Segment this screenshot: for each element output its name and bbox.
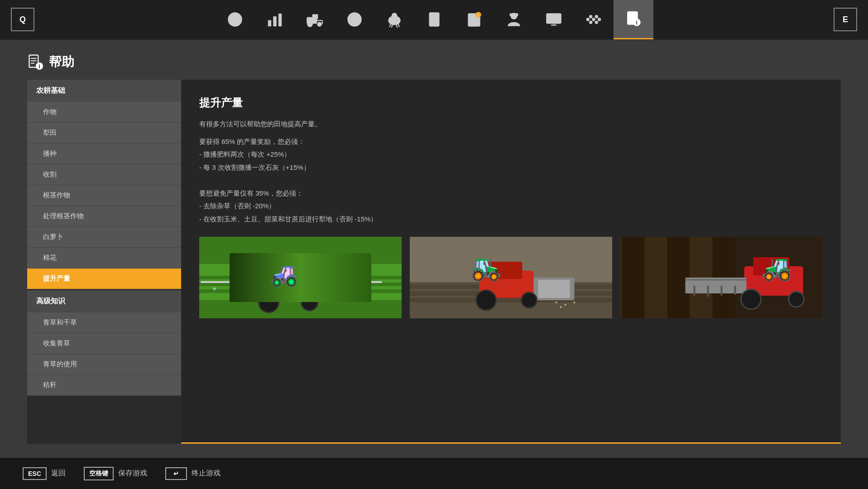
nav-settings[interactable] xyxy=(574,0,614,39)
action-save[interactable]: 空格键 保存游戏 xyxy=(84,467,147,480)
svg-rect-9 xyxy=(312,15,317,19)
svg-point-39 xyxy=(589,21,592,24)
content-section1-title: 要获得 65% 的产量奖励，您必须： xyxy=(199,138,305,145)
space-key: 空格键 xyxy=(84,467,114,480)
svg-text:$: $ xyxy=(352,15,357,24)
sidebar-item-collect-grass[interactable]: 收集青草 xyxy=(27,333,181,354)
svg-point-11 xyxy=(317,22,321,26)
main-content: i 帮助 农耕基础 作物 犁田 播种 收割 根茎作物 处理根茎作物 白萝卜 棉花… xyxy=(0,40,868,457)
sidebar-item-plow[interactable]: 犁田 xyxy=(27,123,181,144)
nav-contract[interactable] xyxy=(414,0,454,39)
quit-label: 终止游戏 xyxy=(192,469,221,478)
svg-point-63 xyxy=(259,292,279,312)
help-page-icon: i xyxy=(27,54,43,70)
content-item-plow-after: - 在收割玉米、土豆、甜菜和甘蔗后进行犁地（否则 -15%） xyxy=(199,215,377,223)
svg-point-68 xyxy=(231,289,234,292)
save-label: 保存游戏 xyxy=(118,469,147,478)
svg-rect-62 xyxy=(269,266,305,282)
svg-text:!: ! xyxy=(478,13,479,18)
sidebar-item-straw[interactable]: 秸秆 xyxy=(27,375,181,396)
content-intro: 有很多方法可以帮助您的田地提高产量。 xyxy=(199,118,823,130)
svg-point-38 xyxy=(595,15,598,18)
svg-text:i: i xyxy=(636,19,638,25)
nav-tractor[interactable] xyxy=(295,0,335,39)
top-navigation: Q xyxy=(0,0,868,40)
svg-point-40 xyxy=(595,21,598,24)
farm-image-spreader xyxy=(410,237,612,318)
bottom-bar: ESC 返回 空格键 保存游戏 ↵ 终止游戏 xyxy=(0,457,868,489)
svg-rect-5 xyxy=(268,20,271,26)
farm-image-sprayer xyxy=(199,237,402,318)
svg-point-64 xyxy=(302,294,318,311)
svg-rect-33 xyxy=(510,14,518,15)
nav-help[interactable]: i xyxy=(614,0,653,39)
content-item-lime: - 每 3 次收割撒播一次石灰（+15%） xyxy=(199,163,310,171)
svg-point-42 xyxy=(586,18,589,21)
content-area: 农耕基础 作物 犁田 播种 收割 根茎作物 处理根茎作物 白萝卜 棉花 提升产量… xyxy=(27,80,841,444)
svg-rect-79 xyxy=(489,262,523,279)
svg-point-104 xyxy=(789,292,804,307)
sidebar-item-harvest[interactable]: 收割 xyxy=(27,164,181,185)
sidebar-item-root-crops[interactable]: 根茎作物 xyxy=(27,185,181,206)
e-button[interactable]: E xyxy=(834,8,857,31)
page-header: i 帮助 xyxy=(27,53,841,71)
svg-point-85 xyxy=(565,304,566,306)
svg-rect-7 xyxy=(278,14,281,26)
svg-point-71 xyxy=(349,288,352,290)
sidebar-item-boost-yield[interactable]: 提升产量 xyxy=(27,268,181,289)
svg-rect-90 xyxy=(622,237,645,318)
svg-point-41 xyxy=(592,18,595,21)
sidebar-item-crops[interactable]: 作物 xyxy=(27,102,181,123)
svg-rect-61 xyxy=(260,273,319,300)
nav-worker[interactable] xyxy=(494,0,534,39)
nav-mission[interactable]: ! xyxy=(454,0,494,39)
svg-point-17 xyxy=(392,13,397,18)
q-button[interactable]: Q xyxy=(11,8,34,31)
nav-right: E xyxy=(823,8,868,31)
svg-line-18 xyxy=(389,23,390,27)
nav-globe[interactable] xyxy=(215,0,255,39)
sidebar-item-use-grass[interactable]: 青草的使用 xyxy=(27,354,181,375)
farm-image-plow xyxy=(620,237,823,318)
enter-key: ↵ xyxy=(165,467,187,480)
nav-money[interactable]: $ xyxy=(335,0,374,39)
svg-point-70 xyxy=(331,288,334,291)
nav-animal[interactable] xyxy=(374,0,414,39)
return-label: 返回 xyxy=(51,469,66,478)
svg-rect-91 xyxy=(645,237,667,318)
svg-point-72 xyxy=(367,289,370,292)
sidebar-item-sow[interactable]: 播种 xyxy=(27,144,181,164)
content-item-weed: - 去除杂草（否则 -20%） xyxy=(199,202,275,210)
svg-rect-6 xyxy=(273,17,276,26)
svg-line-20 xyxy=(396,24,397,28)
sidebar-section-advanced[interactable]: 高级知识 xyxy=(27,290,181,312)
svg-point-69 xyxy=(249,288,252,291)
content-panel: 提升产量 有很多方法可以帮助您的田地提高产量。 要获得 65% 的产量奖励，您必… xyxy=(181,80,841,444)
nav-stats[interactable] xyxy=(255,0,295,39)
sidebar-item-radish[interactable]: 白萝卜 xyxy=(27,227,181,248)
svg-point-103 xyxy=(741,289,761,309)
nav-icons: $ xyxy=(45,0,823,39)
sidebar: 农耕基础 作物 犁田 播种 收割 根茎作物 处理根茎作物 白萝卜 棉花 提升产量… xyxy=(27,80,181,444)
nav-camera[interactable] xyxy=(534,0,574,39)
page-title: 帮助 xyxy=(49,53,74,71)
sidebar-section-farming-basics[interactable]: 农耕基础 xyxy=(27,80,181,102)
svg-rect-89 xyxy=(620,237,622,318)
content-text: 要获得 65% 的产量奖励，您必须： - 撒播肥料两次（每次 +25%） - 每… xyxy=(199,135,823,226)
svg-point-82 xyxy=(476,290,496,310)
svg-point-43 xyxy=(598,18,600,21)
action-quit[interactable]: ↵ 终止游戏 xyxy=(165,467,221,480)
esc-key: ESC xyxy=(23,467,47,480)
svg-point-87 xyxy=(560,306,562,308)
sidebar-item-process-root-crops[interactable]: 处理根茎作物 xyxy=(27,206,181,227)
svg-rect-96 xyxy=(753,257,790,275)
sidebar-item-grass-hay[interactable]: 青草和干草 xyxy=(27,312,181,333)
sidebar-item-cotton[interactable]: 棉花 xyxy=(27,248,181,268)
svg-point-86 xyxy=(574,302,575,303)
svg-rect-81 xyxy=(538,280,570,298)
content-item-fertilize: - 撒播肥料两次（每次 +25%） xyxy=(199,150,291,158)
action-return[interactable]: ESC 返回 xyxy=(23,467,66,480)
content-images xyxy=(199,237,823,318)
svg-point-84 xyxy=(556,302,557,303)
svg-rect-92 xyxy=(667,237,690,318)
